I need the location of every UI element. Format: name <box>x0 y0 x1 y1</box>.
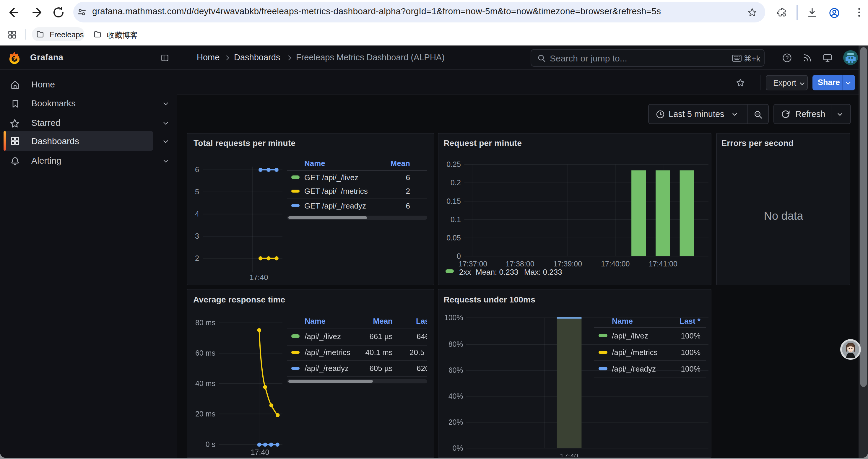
svg-text:17:41:00: 17:41:00 <box>649 260 677 268</box>
svg-text:0 s: 0 s <box>206 440 215 448</box>
svg-text:17:40: 17:40 <box>251 448 270 456</box>
svg-text:0%: 0% <box>453 444 463 452</box>
svg-text:0: 0 <box>457 252 461 260</box>
svg-text:80%: 80% <box>448 340 463 348</box>
svg-text:17:40:00: 17:40:00 <box>601 260 629 268</box>
svg-text:0.05: 0.05 <box>446 234 461 242</box>
svg-text:20 ms: 20 ms <box>195 410 215 418</box>
svg-text:0.15: 0.15 <box>446 197 461 205</box>
svg-text:4: 4 <box>195 210 199 218</box>
svg-text:0.2: 0.2 <box>451 178 461 187</box>
svg-text:0.25: 0.25 <box>446 160 461 168</box>
svg-text:80 ms: 80 ms <box>195 319 215 327</box>
svg-text:20%: 20% <box>448 418 463 426</box>
svg-text:2: 2 <box>195 254 199 262</box>
svg-text:100%: 100% <box>444 314 463 322</box>
svg-text:17:40: 17:40 <box>560 452 579 458</box>
svg-text:17:37:00: 17:37:00 <box>459 260 487 268</box>
svg-text:5: 5 <box>195 188 199 196</box>
svg-text:3: 3 <box>195 232 199 240</box>
svg-text:60%: 60% <box>448 366 463 374</box>
svg-text:0.1: 0.1 <box>451 215 461 224</box>
svg-text:6: 6 <box>195 165 199 174</box>
svg-text:40 ms: 40 ms <box>195 379 215 388</box>
svg-text:40%: 40% <box>448 392 463 400</box>
svg-text:60 ms: 60 ms <box>195 349 215 357</box>
svg-text:17:40: 17:40 <box>250 273 268 282</box>
svg-text:17:39:00: 17:39:00 <box>553 260 582 268</box>
svg-text:17:38:00: 17:38:00 <box>505 260 534 268</box>
